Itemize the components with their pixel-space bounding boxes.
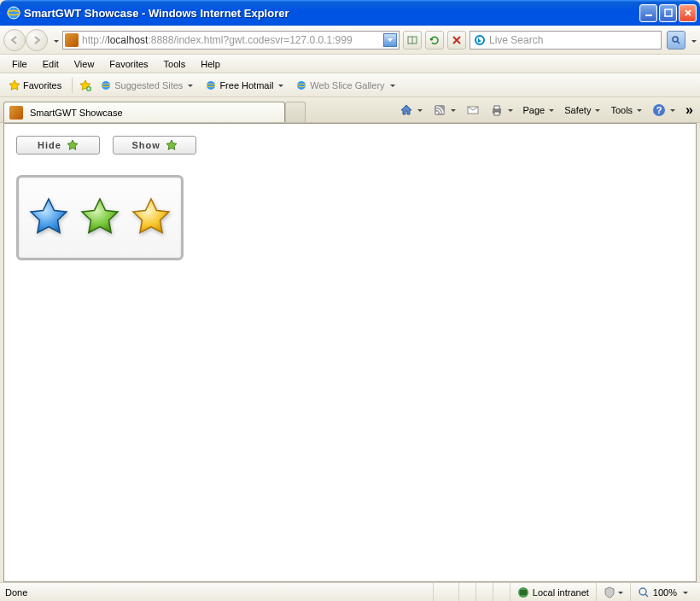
status-cell xyxy=(475,583,493,601)
svg-point-0 xyxy=(8,7,20,19)
green-star-icon xyxy=(79,196,121,239)
star-icon xyxy=(9,79,20,91)
stop-button[interactable] xyxy=(447,31,466,50)
svg-point-12 xyxy=(297,81,306,90)
svg-rect-18 xyxy=(494,106,499,109)
address-bar[interactable]: http://localhost:8888/index.html?gwt.cod… xyxy=(62,31,400,50)
more-chevron-icon[interactable]: » xyxy=(682,102,697,118)
maximize-button[interactable] xyxy=(659,4,677,22)
tab-bar: SmartGWT Showcase Page Safety Tools ? » xyxy=(0,97,700,123)
add-favorite-icon[interactable] xyxy=(79,79,91,91)
favorites-button[interactable]: Favorites xyxy=(5,78,65,93)
separator xyxy=(72,78,73,93)
star-icon xyxy=(67,139,79,151)
help-button[interactable]: ? xyxy=(649,102,679,119)
svg-point-8 xyxy=(102,81,110,90)
status-cell xyxy=(433,583,458,601)
ie-page-icon xyxy=(100,79,112,91)
page-content: Hide Show xyxy=(3,123,697,582)
zoom-control[interactable]: 100% xyxy=(630,583,695,601)
site-icon xyxy=(65,33,79,47)
search-dropdown[interactable] xyxy=(689,35,697,45)
zone-icon xyxy=(517,586,529,598)
security-zone[interactable]: Local intranet xyxy=(510,583,596,601)
favorites-bar: Favorites Suggested Sites Free Hotmail W… xyxy=(0,73,700,97)
svg-point-10 xyxy=(207,81,215,90)
url-dropdown-icon[interactable] xyxy=(383,33,397,47)
svg-text:?: ? xyxy=(656,105,662,115)
web-slice-link[interactable]: Web Slice Gallery xyxy=(292,78,398,93)
status-cell xyxy=(458,583,475,601)
address-toolbar: http://localhost:8888/index.html?gwt.cod… xyxy=(0,26,700,55)
menu-view[interactable]: View xyxy=(67,57,102,71)
status-bar: Done Local intranet 100% xyxy=(0,582,700,601)
bing-icon xyxy=(474,34,486,46)
svg-rect-3 xyxy=(665,9,672,16)
svg-rect-19 xyxy=(494,112,499,115)
zoom-icon xyxy=(638,586,650,598)
nav-history-dropdown[interactable] xyxy=(51,35,59,45)
back-button[interactable] xyxy=(3,29,26,51)
tab-active[interactable]: SmartGWT Showcase xyxy=(3,102,285,122)
search-box[interactable]: Live Search xyxy=(470,31,662,50)
tools-menu[interactable]: Tools xyxy=(607,103,645,117)
ie-icon xyxy=(7,6,20,20)
feeds-button[interactable] xyxy=(429,102,459,119)
menu-bar: File Edit View Favorites Tools Help xyxy=(0,55,700,73)
compat-view-button[interactable] xyxy=(403,31,422,50)
star-icon xyxy=(166,139,178,151)
show-button[interactable]: Show xyxy=(113,136,196,155)
blue-star-icon xyxy=(27,196,70,239)
close-button[interactable] xyxy=(679,4,697,22)
home-icon xyxy=(400,103,413,117)
print-icon xyxy=(490,103,504,117)
search-go-button[interactable] xyxy=(667,31,685,50)
search-placeholder: Live Search xyxy=(489,34,543,46)
minimize-button[interactable] xyxy=(639,4,657,22)
refresh-button[interactable] xyxy=(425,31,444,50)
menu-favorites[interactable]: Favorites xyxy=(102,57,155,71)
menu-edit[interactable]: Edit xyxy=(36,57,66,71)
tab-site-icon xyxy=(9,106,23,120)
window-title: SmartGWT Showcase - Windows Internet Exp… xyxy=(24,7,639,20)
rss-icon xyxy=(433,103,446,117)
protected-mode[interactable] xyxy=(596,583,630,601)
page-menu[interactable]: Page xyxy=(520,103,558,117)
status-text: Done xyxy=(5,587,433,598)
mail-button[interactable] xyxy=(463,102,483,119)
menu-tools[interactable]: Tools xyxy=(157,57,193,71)
svg-point-15 xyxy=(435,112,438,114)
svg-point-24 xyxy=(639,588,646,595)
status-cell xyxy=(493,583,510,601)
svg-rect-2 xyxy=(645,15,652,16)
home-button[interactable] xyxy=(396,102,426,119)
help-icon: ? xyxy=(652,103,666,117)
free-hotmail-link[interactable]: Free Hotmail xyxy=(201,78,287,93)
menu-help[interactable]: Help xyxy=(194,57,227,71)
stars-panel xyxy=(16,175,184,260)
forward-button[interactable] xyxy=(26,29,48,51)
new-tab-button[interactable] xyxy=(285,102,306,122)
url-text: http://localhost:8888/index.html?gwt.cod… xyxy=(82,34,383,46)
print-button[interactable] xyxy=(487,102,516,119)
window-titlebar: SmartGWT Showcase - Windows Internet Exp… xyxy=(0,0,700,26)
svg-point-6 xyxy=(673,37,678,42)
yellow-star-icon xyxy=(130,196,172,239)
suggested-sites-link[interactable]: Suggested Sites xyxy=(96,78,196,93)
shield-icon xyxy=(604,586,615,598)
menu-file[interactable]: File xyxy=(5,57,34,71)
hide-button[interactable]: Hide xyxy=(16,136,100,155)
mail-icon xyxy=(466,103,480,117)
ie-page-icon xyxy=(205,79,217,91)
ie-page-icon xyxy=(295,79,307,91)
safety-menu[interactable]: Safety xyxy=(561,103,604,117)
svg-rect-23 xyxy=(520,590,527,595)
